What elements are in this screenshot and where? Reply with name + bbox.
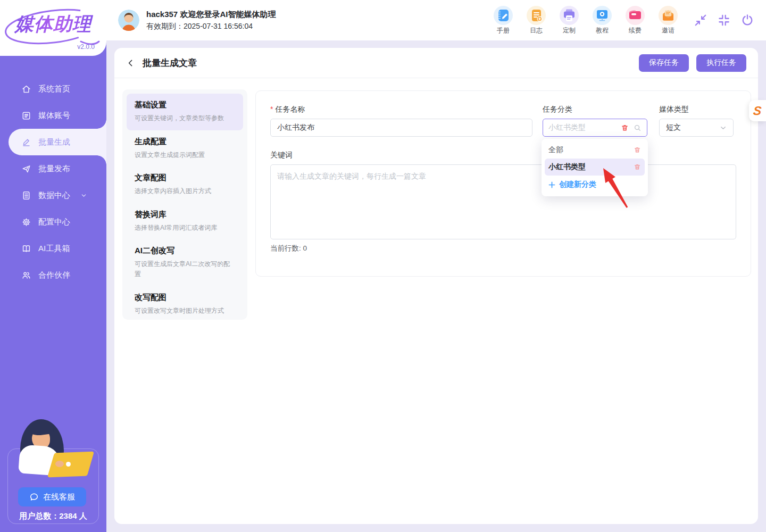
plus-icon [548,181,555,188]
app-version: v2.0.0 [77,43,95,51]
subnav-desc: 可设置关键词，文章类型等参数 [135,113,235,123]
quick-link-label: 定制 [563,26,576,35]
data-center-icon [21,190,31,201]
category-option-label: 小红书类型 [548,162,586,172]
sidebar-item-label: 媒体账号 [38,111,70,121]
save-task-button[interactable]: 保存任务 [639,54,689,72]
back-button[interactable] [126,57,137,68]
subnav-item-rewrite-images[interactable]: 改写配图 可设置改写文章时图片处理方式 [127,286,243,323]
subnav-item-ai-rewrite[interactable]: AI二创改写 可设置生成后文章AI二次改写的配置 [127,239,243,286]
user-total: 用户总数：2384 人 [7,511,99,521]
quick-link-renew[interactable]: 续费 [622,5,648,35]
settings-subnav: 基础设置 可设置关键词，文章类型等参数 生成配置 设置文章生成提示词配置 文章配… [122,89,247,320]
trash-icon[interactable] [634,146,641,154]
subnav-desc: 选择替换AI常用词汇或者词库 [135,223,235,233]
sidebar-item-label: 批量发布 [38,164,70,174]
sidebar-item-label: 批量生成 [38,137,70,147]
subnav-title: 改写配图 [135,293,235,303]
exit-fullscreen-button[interactable] [694,13,707,27]
subnav-item-replace-thesaurus[interactable]: 替换词库 选择替换AI常用词汇或者词库 [127,203,243,240]
tutorial-icon [592,5,612,26]
subnav-desc: 设置文章生成提示词配置 [135,150,235,160]
sidebar: 媒体助理 v2.0.0 系统首页 媒体账号 批量生成 批量发布 数据中 [0,0,106,532]
subnav-item-article-images[interactable]: 文章配图 选择文章内容插入图片方式 [127,167,243,203]
power-button[interactable] [740,13,754,27]
page-header: 批量生成文章 保存任务 执行任务 [114,48,758,78]
quick-link-log[interactable]: 日志 [523,5,549,35]
page-title: 批量生成文章 [143,57,197,69]
user-total-value: 2384 人 [59,511,87,520]
sidebar-item-label: 数据中心 [38,190,70,201]
keywords-label: 关键词 [270,151,293,160]
subnav-title: AI二创改写 [135,246,235,256]
chevron-down-icon [720,124,727,131]
app-logo: 媒体助理 [7,12,99,37]
sidebar-item-partners[interactable]: 合作伙伴 [0,262,106,288]
task-name-input[interactable] [270,119,532,137]
exit-fullscreen-icon [694,13,707,27]
top-header: hack357 欢迎您登录AI智能媒体助理 有效期到：2025-07-31 16… [106,0,766,40]
quick-link-label: 日志 [530,26,543,35]
sidebar-item-ai-toolbox[interactable]: AI工具箱 [0,235,106,262]
category-option-label: 全部 [548,145,563,155]
sidebar-item-batch-publish[interactable]: 批量发布 [0,155,106,182]
task-category-dropdown: 全部 小红书类型 创建新分类 [542,139,648,196]
media-type-select[interactable]: 短文 [659,119,734,137]
subnav-item-basic-settings[interactable]: 基础设置 可设置关键词，文章类型等参数 [127,94,243,130]
app-window: 媒体助理 v2.0.0 系统首页 媒体账号 批量生成 批量发布 数据中 [0,0,766,532]
sidebar-item-label: 配置中心 [38,217,70,227]
chat-bubble-icon [29,492,39,502]
quick-link-label: 教程 [596,26,609,35]
category-option-xiaohongshu[interactable]: 小红书类型 [545,159,645,176]
expiry-text: 有效期到：2025-07-31 16:56:04 [146,22,276,31]
sidebar-item-data-center[interactable]: 数据中心 [0,182,106,209]
manual-icon [493,5,513,26]
invite-icon [658,5,678,26]
task-category-combobox[interactable]: 小红书类型 [543,119,647,137]
sidebar-item-label: 合作伙伴 [38,270,70,280]
line-count-label: 当前行数: [270,244,301,252]
media-type-value: 短文 [666,123,681,132]
log-icon [526,5,546,26]
run-task-button[interactable]: 执行任务 [696,54,746,72]
keywords-textarea[interactable] [270,164,736,239]
search-icon [634,124,642,132]
quick-link-invite[interactable]: 邀请 [655,5,681,35]
media-type-label: 媒体类型 [659,105,689,114]
online-service-button[interactable]: 在线客服 [18,487,86,506]
config-center-icon [21,217,31,227]
create-category-button[interactable]: 创建新分类 [542,176,648,194]
sidebar-item-label: AI工具箱 [38,244,70,254]
batch-generate-icon [21,137,31,147]
create-category-label: 创建新分类 [559,180,596,189]
line-count-value: 0 [303,244,307,252]
trash-icon[interactable] [621,124,629,132]
quick-link-label: 手册 [497,26,510,35]
quick-link-manual[interactable]: 手册 [490,5,516,35]
subnav-title: 基础设置 [135,100,235,110]
sidebar-item-batch-generate[interactable]: 批量生成 [9,129,106,155]
category-option-all[interactable]: 全部 [542,142,648,159]
required-mark: * [270,105,273,113]
power-icon [740,13,754,27]
media-account-icon [21,111,31,121]
logo-card: 媒体助理 v2.0.0 [0,0,106,56]
quick-link-label: 邀请 [662,26,675,35]
quick-link-tutorial[interactable]: 教程 [589,5,615,35]
trash-icon[interactable] [634,163,641,171]
quick-link-custom[interactable]: 定制 [556,5,582,35]
floating-s-widget[interactable]: S [749,100,766,121]
main-card: 批量生成文章 保存任务 执行任务 基础设置 可设置关键词，文章类型等参数 生成配… [114,48,758,524]
subnav-desc: 选择文章内容插入图片方式 [135,186,235,196]
chevron-down-icon [80,192,87,199]
sidebar-item-home[interactable]: 系统首页 [0,76,106,102]
chevron-left-icon [126,59,135,68]
quick-link-label: 续费 [629,26,642,35]
sidebar-item-media-accounts[interactable]: 媒体账号 [0,102,106,129]
quick-links: 手册 日志 定制 教程 续费 邀请 [490,5,681,35]
sidebar-item-config-center[interactable]: 配置中心 [0,209,106,235]
subnav-item-generate-config[interactable]: 生成配置 设置文章生成提示词配置 [127,130,243,167]
welcome-text: hack357 欢迎您登录AI智能媒体助理 [146,10,276,20]
collapse-button[interactable] [717,13,731,27]
subnav-desc: 可设置生成后文章AI二次改写的配置 [135,259,235,279]
